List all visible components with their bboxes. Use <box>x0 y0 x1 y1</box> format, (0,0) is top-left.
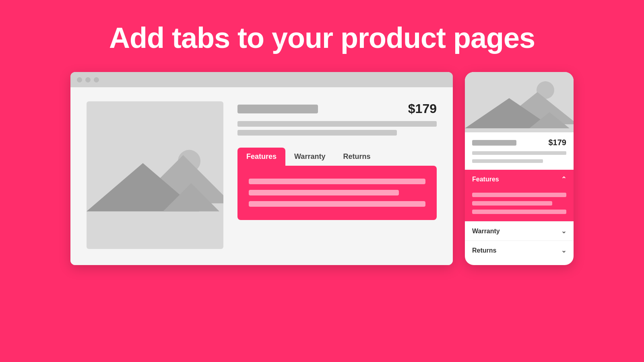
mockups-row: $179 Features Warranty Returns <box>0 72 644 265</box>
mobile-accordion: Features ⌃ Warranty ⌄ Returns <box>465 170 574 260</box>
accordion-header-features[interactable]: Features ⌃ <box>465 170 574 189</box>
accordion-item-features[interactable]: Features ⌃ <box>465 170 574 221</box>
mobile-price: $179 <box>549 138 567 147</box>
mountain-illustration <box>87 101 223 249</box>
accordion-label-warranty: Warranty <box>472 228 500 235</box>
tab-features[interactable]: Features <box>237 148 285 166</box>
product-desc-line-1 <box>237 121 437 127</box>
browser-toolbar <box>70 72 453 87</box>
mobile-mountain-illustration <box>465 72 574 132</box>
chevron-up-icon: ⌃ <box>561 175 566 183</box>
browser-dot-green <box>94 77 99 82</box>
accordion-label-features: Features <box>472 176 499 183</box>
accordion-header-warranty[interactable]: Warranty ⌄ <box>465 222 574 241</box>
accordion-content-line-1 <box>472 193 566 197</box>
product-title-bar: $179 <box>237 101 437 116</box>
accordion-header-returns[interactable]: Returns ⌄ <box>465 241 574 260</box>
product-image <box>87 101 223 249</box>
browser-content: $179 Features Warranty Returns <box>70 87 453 265</box>
tabs-container: Features Warranty Returns <box>237 148 437 220</box>
accordion-item-returns[interactable]: Returns ⌄ <box>465 241 574 260</box>
browser-mockup: $179 Features Warranty Returns <box>70 72 453 265</box>
product-price: $179 <box>408 101 437 116</box>
mobile-product-image <box>465 72 574 132</box>
mobile-mockup: $179 Features ⌃ War <box>465 72 574 265</box>
tabs-header: Features Warranty Returns <box>237 148 437 166</box>
chevron-down-icon-warranty: ⌄ <box>561 227 566 235</box>
mobile-title-row: $179 <box>472 138 566 147</box>
mobile-desc-line-2 <box>472 159 543 163</box>
product-title-placeholder <box>237 105 318 113</box>
accordion-content-features <box>465 189 574 221</box>
tab-content-line-1 <box>249 179 425 184</box>
product-details: $179 Features Warranty Returns <box>237 101 437 249</box>
tab-returns[interactable]: Returns <box>334 148 379 166</box>
product-desc-line-2 <box>237 130 397 136</box>
tab-content-line-3 <box>249 201 425 207</box>
chevron-down-icon-returns: ⌄ <box>561 247 566 254</box>
mobile-title-placeholder <box>472 140 516 146</box>
tab-content-features <box>237 166 437 220</box>
page-headline: Add tabs to your product pages <box>109 22 535 54</box>
browser-dot-red <box>77 77 82 82</box>
accordion-content-line-2 <box>472 201 552 206</box>
mobile-desc-line-1 <box>472 151 566 155</box>
accordion-item-warranty[interactable]: Warranty ⌄ <box>465 221 574 241</box>
tab-warranty[interactable]: Warranty <box>285 148 334 166</box>
tab-content-line-2 <box>249 190 399 195</box>
accordion-label-returns: Returns <box>472 247 496 254</box>
accordion-content-line-3 <box>472 210 566 214</box>
mobile-product-info: $179 <box>465 132 574 168</box>
browser-dot-yellow <box>85 77 91 82</box>
